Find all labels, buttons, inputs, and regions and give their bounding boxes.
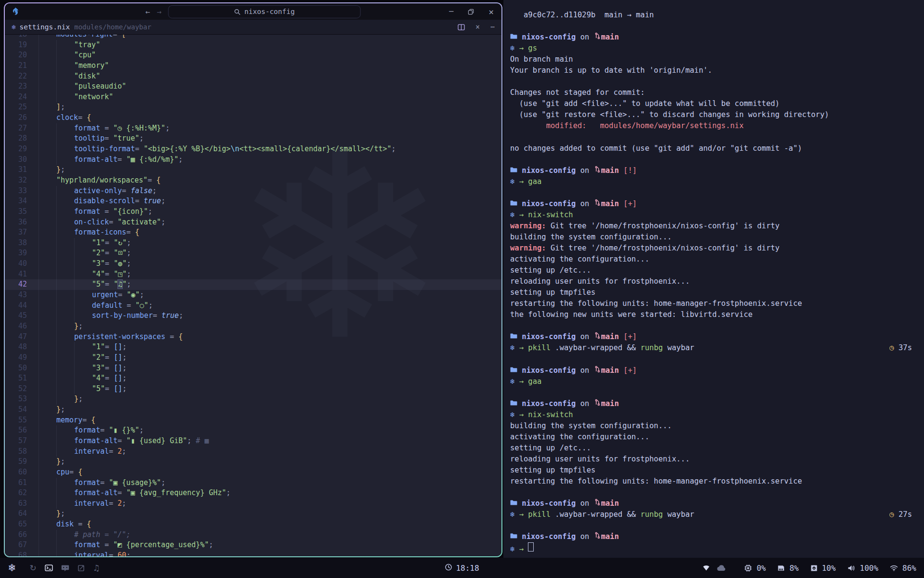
indent-guide: [56, 238, 74, 249]
workspace-1[interactable]: ↻: [30, 563, 37, 573]
workspace-5[interactable]: ♫: [93, 563, 100, 573]
network-tray-icon[interactable]: [703, 565, 710, 571]
code-line-41[interactable]: 41"4"= "◳";: [5, 269, 501, 280]
cloud-tray-icon[interactable]: [717, 565, 726, 571]
code-line-40[interactable]: 40"3"= "◍";: [5, 259, 501, 269]
code-line-58[interactable]: 58interval= 2;: [5, 447, 501, 457]
code-line-48[interactable]: 48"1"= [];: [5, 342, 501, 353]
code-line-54[interactable]: 54};: [5, 405, 501, 415]
code-line-18[interactable]: 18modules-right= [: [5, 35, 501, 40]
clock-time: 18:18: [456, 564, 479, 573]
code-line-45[interactable]: 45sort-by-number= true;: [5, 311, 501, 321]
indent-guide: [38, 425, 56, 436]
code-line-32[interactable]: 32"hyprland/workspaces"= {: [5, 175, 501, 186]
code-line-55[interactable]: 55memory= {: [5, 415, 501, 426]
code-line-31[interactable]: 31};: [5, 165, 501, 175]
indent-guide: [56, 71, 74, 82]
code-line-42[interactable]: 42"5"= "♫";: [5, 279, 501, 290]
terminal-window[interactable]: a9c0c72..d11029b main → main nixos-confi…: [503, 0, 924, 558]
code-line-27[interactable]: 27format = "◷ {:%H:%M}";: [5, 123, 501, 134]
network-module[interactable]: 86%: [890, 564, 916, 573]
code-line-20[interactable]: 20"cpu": [5, 50, 501, 61]
code-line-37[interactable]: 37format-icons= {: [5, 227, 501, 238]
code-line-53[interactable]: 53};: [5, 394, 501, 405]
indent-guide: [38, 102, 56, 113]
code-text: format= "▣ {usage}%";: [38, 478, 166, 488]
indent-guide: [56, 279, 74, 290]
code-line-24[interactable]: 24"network": [5, 92, 501, 103]
code-line-28[interactable]: 28tooltip= "true";: [5, 133, 501, 144]
indent-guide: [38, 353, 56, 363]
forward-button[interactable]: →: [157, 7, 162, 16]
code-line-33[interactable]: 33active-only= false;: [5, 186, 501, 197]
code-text: disk = {: [38, 519, 91, 530]
code-line-29[interactable]: 29tooltip-format= "<big>{:%Y %B}</big>\n…: [5, 144, 501, 155]
back-button[interactable]: ←: [145, 7, 150, 16]
code-line-61[interactable]: 61format= "▣ {usage}%";: [5, 478, 501, 488]
code-text: format = "◩ {percentage_used}%";: [38, 540, 213, 551]
cpu-module[interactable]: 0%: [744, 564, 766, 573]
code-line-57[interactable]: 57format-alt= "▮ {used} GiB"; # ▦: [5, 436, 501, 447]
indent-guide: [56, 540, 74, 551]
code-line-39[interactable]: 39"2"= "⊡";: [5, 248, 501, 259]
tab-filename[interactable]: settings.nix: [19, 23, 70, 31]
code-text: tooltip-format= "<big>{:%Y %B}</big>\n<t…: [38, 144, 396, 155]
code-line-56[interactable]: 56format= "▮ {}%";: [5, 425, 501, 436]
indent-guide: [38, 321, 56, 332]
code-line-19[interactable]: 19"tray": [5, 40, 501, 51]
minimize-button[interactable]: ─: [449, 7, 453, 16]
code-line-62[interactable]: 62format-alt= "▣ {avg_frequency} GHz";: [5, 488, 501, 499]
folder-icon: [510, 200, 517, 206]
workspace-2-active[interactable]: [45, 565, 53, 571]
code-line-21[interactable]: 21"memory": [5, 61, 501, 71]
code-line-47[interactable]: 47persistent-workspaces = {: [5, 332, 501, 342]
tab-close-button[interactable]: ×: [475, 23, 480, 31]
code-line-52[interactable]: 52"5"= [];: [5, 384, 501, 394]
clock-module[interactable]: 18:18: [445, 564, 479, 573]
code-line-22[interactable]: 22"disk": [5, 71, 501, 82]
code-text: memory= {: [38, 415, 95, 426]
workspace-4[interactable]: [77, 565, 85, 572]
code-line-65[interactable]: 65disk = {: [5, 519, 501, 530]
code-line-60[interactable]: 60cpu= {: [5, 467, 501, 478]
code-line-26[interactable]: 26clock= {: [5, 113, 501, 123]
code-line-63[interactable]: 63interval= 2;: [5, 499, 501, 509]
snow-icon: ❄: [510, 509, 514, 520]
code-line-38[interactable]: 38"1"= "↻";: [5, 238, 501, 249]
code-line-51[interactable]: 51"4"= [];: [5, 373, 501, 384]
code-line-44[interactable]: 44default = "○";: [5, 301, 501, 311]
code-line-66[interactable]: 66# path = "/";: [5, 530, 501, 540]
indent-guide: [56, 92, 74, 103]
code-line-43[interactable]: 43urgent= "◉";: [5, 290, 501, 301]
code-line-36[interactable]: 36on-click= "activate";: [5, 217, 501, 228]
workspace-3[interactable]: [61, 565, 69, 572]
memory-module[interactable]: 8%: [777, 564, 798, 573]
code-line-64[interactable]: 64};: [5, 509, 501, 519]
indent-guide: [38, 436, 56, 447]
code-line-67[interactable]: 67format = "◩ {percentage_used}%";: [5, 540, 501, 551]
code-line-46[interactable]: 46};: [5, 321, 501, 332]
disk-icon: [810, 565, 818, 572]
code-line-50[interactable]: 50"3"= [];: [5, 363, 501, 374]
project-search[interactable]: nixos-config: [168, 5, 361, 18]
code-line-68[interactable]: 68interval= 60;: [5, 551, 501, 556]
disk-module[interactable]: 10%: [810, 564, 836, 573]
code-editor[interactable]: ❄ 18modules-right= [19"tray"20"cpu"21"me…: [5, 35, 501, 556]
snow-icon: ❄: [510, 376, 514, 387]
code-line-35[interactable]: 35format = "{icon}";: [5, 207, 501, 217]
close-button[interactable]: ×: [488, 7, 494, 17]
terminal-line: no changes added to commit (use "git add…: [510, 143, 912, 154]
maximize-button[interactable]: [468, 9, 474, 15]
code-line-59[interactable]: 59};: [5, 457, 501, 467]
code-line-30[interactable]: 30format-alt= "▦ {:%d/%m}";: [5, 155, 501, 165]
code-line-23[interactable]: 23"pulseaudio": [5, 81, 501, 92]
volume-module[interactable]: 100%: [847, 564, 879, 573]
nix-logo-icon[interactable]: ❄: [8, 562, 16, 574]
more-options-button[interactable]: ⋯: [490, 23, 495, 31]
code-line-25[interactable]: 25];: [5, 102, 501, 113]
terminal-line: Changes not staged for commit:: [510, 87, 912, 98]
code-line-34[interactable]: 34disable-scroll= true;: [5, 196, 501, 207]
code-line-49[interactable]: 49"2"= [];: [5, 353, 501, 363]
split-pane-button[interactable]: [458, 24, 465, 30]
indent-guide: [74, 301, 92, 311]
